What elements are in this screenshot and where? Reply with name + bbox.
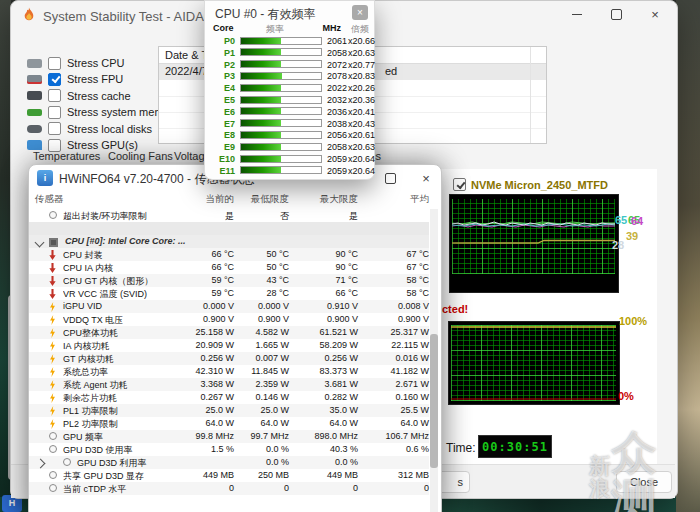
scrollbar-thumb[interactable] (430, 334, 438, 468)
popup-close-button[interactable]: × (352, 5, 368, 20)
desktop: H System Stability Test - AIDA64 × Stres… (0, 0, 700, 512)
sensor-row[interactable]: GT 内核功耗0.256 W0.007 W0.256 W0.016 W (29, 352, 429, 365)
value-minimum: 2.359 W (239, 379, 289, 389)
value-maximum: 58.209 W (293, 340, 358, 350)
col-sensor: 传感器 (35, 193, 64, 206)
maximize-icon (611, 9, 622, 20)
multiplier-value: x20.77 (347, 60, 375, 70)
multiplier-value: x20.63 (347, 48, 375, 58)
maximize-icon (385, 173, 396, 184)
value-minimum: 0.146 W (239, 392, 289, 402)
value-current: 25.158 W (149, 327, 234, 337)
stress-checkbox[interactable] (48, 57, 61, 70)
value-current: 42.310 W (149, 366, 234, 376)
aida64-flame-icon (21, 7, 37, 23)
value-minimum: 64.0 W (239, 418, 289, 428)
aida64-maximize-button[interactable] (598, 1, 634, 27)
sensor-row[interactable]: IA 内核功耗20.909 W1.665 W58.209 W22.115 W (29, 339, 429, 352)
value-minimum: 250 MB (239, 470, 289, 480)
stress-option[interactable]: Stress system memory (27, 105, 179, 119)
sensor-row[interactable]: VDDQ TX 电压0.900 V0.900 V0.900 V0.900 V (29, 313, 429, 326)
multiplier-value: x20.64 (347, 154, 375, 164)
sensor-table-scrollbar[interactable] (430, 209, 438, 512)
sensor-row[interactable]: CPU整体功耗25.158 W4.582 W61.521 W25.317 W (29, 326, 429, 339)
stress-checkbox[interactable] (48, 89, 61, 102)
sensor-row[interactable]: VR VCC 温度 (SVID)59 °C28 °C66 °C58 °C (29, 287, 429, 300)
fpu-icon (27, 75, 42, 84)
value-average: 0.008 V (363, 301, 429, 311)
hwinfo-close-button[interactable]: × (411, 165, 441, 191)
sensor-row[interactable]: 当前 cTDP 水平0000 (29, 482, 429, 495)
sensor-row[interactable]: PL2 功率限制64.0 W64.0 W64.0 W64.0 W (29, 417, 429, 430)
value-minimum: 0.0 % (239, 444, 289, 454)
mhz-value: 2059 (317, 154, 347, 164)
value-maximum: 90 °C (293, 262, 358, 272)
memory-icon (27, 109, 42, 116)
tab-cooling-fans[interactable]: Cooling Fans (108, 150, 173, 162)
stress-option[interactable]: Stress FPU (27, 72, 123, 86)
value-current: 0 (149, 483, 234, 493)
stress-checkbox[interactable] (48, 106, 61, 119)
col-minimum: 最低限度 (239, 193, 289, 206)
value-average: 64.0 W (363, 418, 429, 428)
value-minimum: 43 °C (239, 275, 289, 285)
sensor-row[interactable]: CPU IA 内核66 °C50 °C90 °C67 °C (29, 261, 429, 274)
value-maximum: 66 °C (293, 288, 358, 298)
frequency-bar-fill (241, 38, 281, 44)
value-minimum: 0.000 V (239, 301, 289, 311)
aida64-minimize-button[interactable] (559, 1, 595, 27)
sensor-row[interactable]: 超出封装/环功率限制是否是 (29, 209, 429, 222)
value-minimum: 0.900 V (239, 314, 289, 324)
frequency-bar-fill (241, 167, 281, 173)
value-current: 0.900 V (149, 314, 234, 324)
stress-option[interactable]: Stress cache (27, 89, 131, 103)
value-average: 0.6 % (363, 444, 429, 454)
temperature-graph (449, 194, 619, 293)
mhz-value: 2058 (317, 142, 347, 152)
sensor-row[interactable]: PL1 功率限制25.0 W25.0 W35.0 W25.5 W (29, 404, 429, 417)
sensor-row[interactable]: GPU 频率99.8 MHz99.7 MHz898.0 MHz106.7 MHz (29, 430, 429, 443)
mhz-value: 2036 (317, 107, 347, 117)
value-average: 22.115 W (363, 340, 429, 350)
mhz-value: 2058 (317, 48, 347, 58)
stress-option[interactable]: Stress CPU (27, 56, 124, 70)
core-row: P32078x20.83 (213, 70, 371, 82)
mhz-value: 2061 (317, 36, 347, 46)
multiplier-value: x20.41 (347, 107, 375, 117)
sensor-row[interactable]: 剩余芯片功耗0.267 W0.146 W0.282 W0.160 W (29, 391, 429, 404)
sensor-row[interactable]: CPU GT 内核（图形）59 °C43 °C71 °C58 °C (29, 274, 429, 287)
stress-option[interactable]: Stress local disks (27, 122, 152, 136)
cpu-usage-graph-grid (451, 325, 616, 401)
hwinfo-maximize-button[interactable] (375, 165, 405, 191)
core-label: P3 (213, 71, 235, 81)
core-label: E9 (213, 142, 235, 152)
value-average: 25.5 W (363, 405, 429, 415)
value-minimum: 50 °C (239, 262, 289, 272)
stress-checkbox[interactable] (48, 122, 61, 135)
watermark-large-text: 众测 (612, 429, 700, 512)
frequency-bar (240, 155, 322, 163)
value-average: 106.7 MHz (363, 431, 429, 441)
frequency-bar-fill (241, 61, 281, 67)
sensor-row[interactable] (29, 222, 429, 235)
hwinfo-app-icon: i (37, 170, 53, 186)
sensor-row[interactable]: 系统 Agent 功耗3.368 W2.359 W3.681 W2.671 W (29, 378, 429, 391)
sensor-row[interactable]: 共享 GPU D3D 显存449 MB250 MB449 MB312 MB (29, 469, 429, 482)
core-label: E5 (213, 95, 235, 105)
sensor-row[interactable]: GPU D3D 利用率0.0 %0.0 % (29, 456, 429, 469)
tab-temperatures[interactable]: Temperatures (33, 150, 100, 162)
sensor-row[interactable]: CPU [#0]: Intel Core Core: ... (29, 235, 429, 248)
mhz-value: 2078 (317, 71, 347, 81)
sensor-row[interactable]: CPU 封装66 °C50 °C90 °C67 °C (29, 248, 429, 261)
value-maximum: 0.910 V (293, 301, 358, 311)
minimize-icon (572, 14, 582, 15)
stress-checkbox[interactable] (48, 73, 61, 86)
value-maximum: 90 °C (293, 249, 358, 259)
temperature-graph-grid (452, 199, 615, 274)
sensor-row[interactable]: GPU D3D 使用率1.5 %0.0 %40.3 %0.6 % (29, 443, 429, 456)
legend-checkbox-nvme[interactable] (453, 178, 466, 191)
sensor-row[interactable]: iGPU VID0.000 V0.000 V0.910 V0.008 V (29, 300, 429, 313)
aida64-close-button[interactable]: × (637, 1, 673, 27)
sensor-row[interactable]: 系统总功率42.310 W11.845 W83.373 W41.182 W (29, 365, 429, 378)
core-label: E11 (213, 166, 235, 176)
